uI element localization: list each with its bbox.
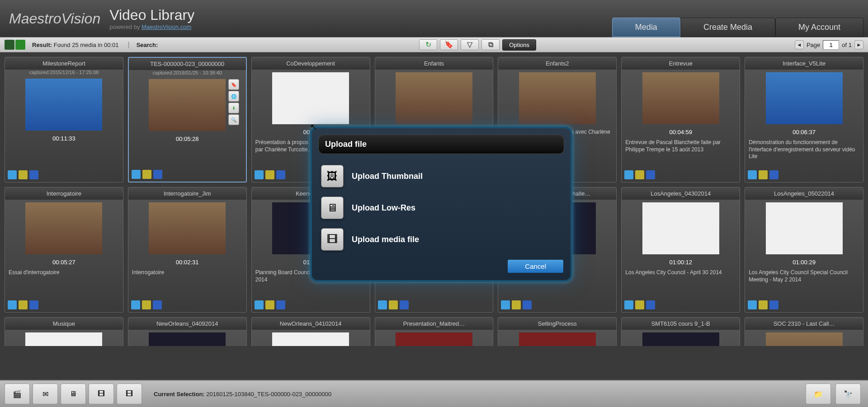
cancel-button[interactable]: Cancel bbox=[508, 260, 563, 273]
modal-overlay: Upload file 🖼 Upload Thumbnail 🖥 Upload … bbox=[0, 0, 868, 407]
monitor-upload-icon: 🖥 bbox=[321, 196, 344, 219]
film-upload-icon: 🎞 bbox=[321, 228, 344, 251]
modal-title: Upload file bbox=[318, 135, 564, 154]
upload-media-option[interactable]: 🎞 Upload media file bbox=[321, 224, 561, 255]
image-upload-icon: 🖼 bbox=[321, 165, 344, 187]
upload-lowres-option[interactable]: 🖥 Upload Low-Res bbox=[321, 192, 561, 224]
upload-modal: Upload file 🖼 Upload Thumbnail 🖥 Upload … bbox=[310, 126, 572, 282]
upload-thumbnail-option[interactable]: 🖼 Upload Thumbnail bbox=[321, 160, 561, 192]
